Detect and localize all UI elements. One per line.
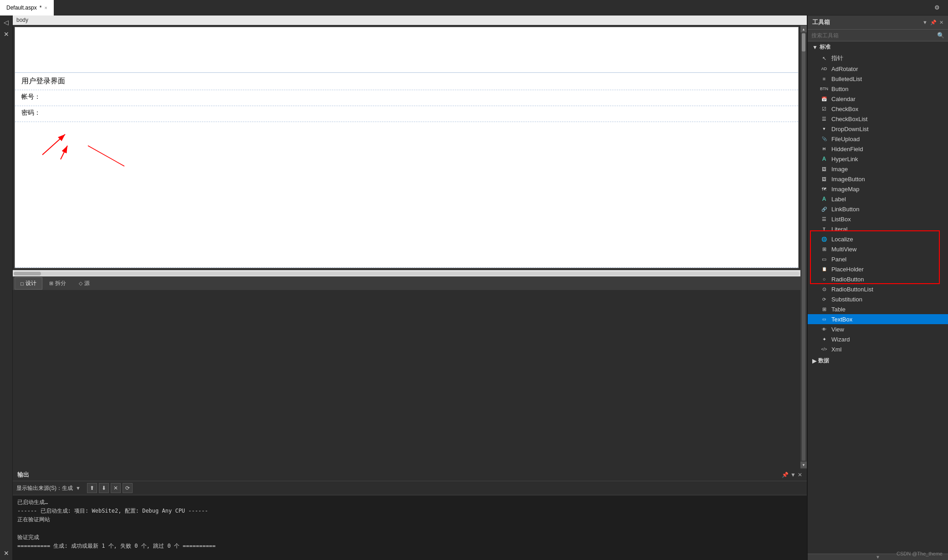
toolbox-item-table[interactable]: ⊞ Table — [808, 304, 948, 314]
output-line-1: 已启动生成… — [17, 498, 802, 507]
h-scrollbar[interactable] — [13, 270, 800, 276]
toolbox-item-label: AdRotator — [831, 66, 858, 72]
toolbox-item-button[interactable]: BTN Button — [808, 84, 948, 94]
toolbox-item-panel[interactable]: ▭ Panel — [808, 254, 948, 264]
fileupload-icon: 📎 — [820, 135, 828, 143]
vscroll-thumb[interactable] — [802, 33, 805, 51]
toolbox-section-label: 标准 — [820, 43, 830, 51]
imagebutton-icon: 🖼 — [820, 175, 828, 183]
toolbox-item-view[interactable]: 👁 View — [808, 324, 948, 334]
output-line-6: ========== 生成: 成功或最新 1 个, 失败 0 个, 跳过 0 个… — [17, 542, 802, 550]
h-scrollbar-thumb[interactable] — [14, 272, 41, 275]
canvas-password-section[interactable]: 密码： — [15, 106, 798, 122]
toolbox-item-listbox[interactable]: ☰ ListBox — [808, 214, 948, 224]
toolbox-item-imagebutton[interactable]: 🖼 ImageButton — [808, 174, 948, 184]
toolbox-item-label: PlaceHolder — [831, 266, 864, 273]
toolbox-item-label: BulletedList — [831, 76, 862, 82]
design-tab-label: 设计 — [26, 280, 36, 287]
output-pin-icon[interactable]: 📌 — [782, 472, 789, 478]
output-btn-2[interactable]: ⬇ — [99, 483, 109, 493]
toolbox-item-bulletedlist[interactable]: ≡ BulletedList — [808, 74, 948, 84]
bulletedlist-icon: ≡ — [820, 75, 828, 82]
toolbox-item-textbox[interactable]: ▭ TextBox — [808, 314, 948, 324]
toolbox-item-hiddenfield[interactable]: H HiddenField — [808, 144, 948, 154]
toolbox-close-icon[interactable]: ✕ — [939, 20, 943, 25]
placeholder-icon: 📋 — [820, 265, 828, 273]
tab-settings-icon[interactable]: ⚙ — [930, 1, 944, 14]
textbox-icon: ▭ — [820, 316, 828, 323]
toolbox-item-multiview[interactable]: ⊞ MultiView — [808, 244, 948, 254]
toolbox-wrapper: 工具箱 ▼ 📌 ✕ 🔍 ▼ 标准 ↖ 指针 — [807, 15, 948, 560]
toolbox-item-label: RadioButton — [831, 276, 864, 283]
toolbox-item-label: CheckBox — [831, 106, 858, 112]
toolbox-item-checkboxlist[interactable]: ☰ CheckBoxList — [808, 114, 948, 124]
panel-icon: ▭ — [820, 255, 828, 263]
toolbox-item-wizard[interactable]: ✦ Wizard — [808, 334, 948, 344]
tab-close-button[interactable]: × — [44, 5, 47, 10]
adrotator-icon: AD — [820, 65, 828, 72]
toolbox-item-radiobutton[interactable]: ○ RadioButton — [808, 274, 948, 284]
toolbox-item-fileupload[interactable]: 📎 FileUpload — [808, 134, 948, 144]
sidebar-expand-icon[interactable]: ✕ — [1, 29, 11, 39]
vscroll-track[interactable] — [802, 33, 805, 461]
toolbox-item-label: View — [831, 326, 844, 333]
toolbox-item-pointer[interactable]: ↖ 指针 — [808, 53, 948, 64]
toolbox-item-label: MultiView — [831, 246, 856, 253]
toolbox-item-image[interactable]: 🖼 Image — [808, 164, 948, 174]
toolbox-item-calendar[interactable]: 📅 Calendar — [808, 94, 948, 104]
tab-source[interactable]: ◇ 源 — [73, 277, 96, 290]
tab-design[interactable]: □ 设计 — [15, 277, 42, 290]
vscroll-up[interactable]: ▲ — [800, 26, 807, 32]
breadcrumb-text: body — [16, 17, 28, 23]
toolbox-item-hyperlink[interactable]: A HyperLink — [808, 154, 948, 164]
output-btn-3[interactable]: ✕ — [111, 483, 121, 493]
tab-modified-indicator: * — [40, 5, 42, 11]
toolbox-search-bar[interactable]: 🔍 — [808, 30, 948, 41]
vscroll-down[interactable]: ▼ — [800, 462, 807, 468]
canvas-vscrollbar[interactable]: ▲ ▼ — [800, 25, 807, 469]
toolbox-search-input[interactable] — [811, 32, 937, 39]
toolbox-data-section[interactable]: ▶ 数据 — [808, 355, 948, 367]
output-btn-4[interactable]: ⟳ — [123, 483, 133, 493]
toolbox-pin-icon[interactable]: 📌 — [930, 20, 937, 25]
toolbox-item-localize[interactable]: 🌐 Localize — [808, 234, 948, 244]
editor-tab[interactable]: Default.aspx * × — [0, 0, 54, 15]
toolbox-header-icons: ▼ 📌 ✕ — [922, 20, 943, 25]
toolbox-item-literal[interactable]: T Literal — [808, 224, 948, 234]
toolbox-section-header[interactable]: ▼ 标准 — [808, 41, 948, 53]
toolbox-item-substitution[interactable]: ⟳ Substitution — [808, 294, 948, 304]
toolbox-item-imagemap[interactable]: 🗺 ImageMap — [808, 184, 948, 194]
checkbox-icon: ☑ — [820, 105, 828, 112]
canvas-title-section[interactable]: 用户登录界面 — [15, 73, 798, 90]
toolbox-arrow-icon[interactable]: ▼ — [922, 20, 928, 25]
output-close-icon[interactable]: ✕ — [798, 472, 802, 478]
toolbox-item-dropdownlist[interactable]: ▼ DropDownList — [808, 124, 948, 134]
button-icon: BTN — [820, 85, 828, 92]
toolbox-item-label: FileUpload — [831, 136, 860, 143]
pointer-icon: ↖ — [820, 55, 828, 62]
watermark: CSDN @The_theme — [897, 551, 943, 556]
output-arrow-icon[interactable]: ▼ — [790, 472, 796, 478]
localize-icon: 🌐 — [820, 235, 828, 243]
output-line-2: ------ 已启动生成: 项目: WebSite2, 配置: Debug An… — [17, 507, 802, 515]
toolbox-section-chevron: ▼ — [812, 44, 818, 51]
sidebar-arrow-icon[interactable]: ◁ — [1, 17, 11, 27]
toolbox-title: 工具箱 — [812, 18, 830, 26]
wizard-icon: ✦ — [820, 336, 828, 343]
design-canvas: 用户登录界面 帐号： 密码： — [15, 27, 799, 268]
output-btn-1[interactable]: ⬆ — [87, 483, 97, 493]
toolbox-item-linkbutton[interactable]: 🔗 LinkButton — [808, 204, 948, 214]
sidebar-bottom-icon[interactable]: ✕ — [1, 548, 11, 558]
output-dropdown-icon[interactable]: ▼ — [76, 485, 81, 491]
toolbox-item-xml[interactable]: </> Xml — [808, 344, 948, 354]
output-line-3: 正在验证网站 — [17, 515, 802, 524]
toolbox-item-label[interactable]: A Label — [808, 194, 948, 204]
tab-split[interactable]: ⊞ 拆分 — [43, 277, 72, 290]
toolbox-item-label: TextBox — [831, 316, 852, 323]
canvas-account-section[interactable]: 帐号： — [15, 90, 798, 106]
toolbox-item-placeholder[interactable]: 📋 PlaceHolder — [808, 264, 948, 274]
toolbox-item-adrotator[interactable]: AD AdRotator — [808, 64, 948, 74]
toolbox-scroll-down-icon[interactable]: ▼ — [876, 555, 880, 560]
toolbox-item-radiobuttonlist[interactable]: ⊙ RadioButtonList — [808, 284, 948, 294]
toolbox-item-checkbox[interactable]: ☑ CheckBox — [808, 104, 948, 114]
